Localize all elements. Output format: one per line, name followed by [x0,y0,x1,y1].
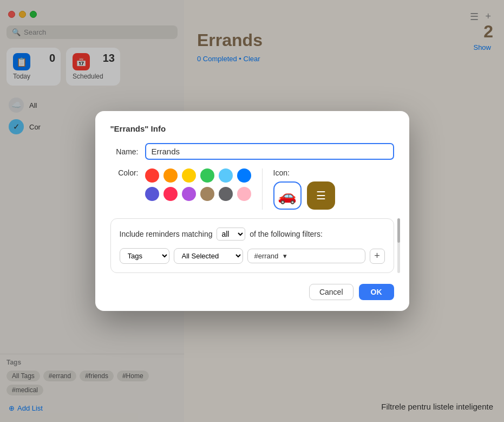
modal-overlay: "Errands" Info Name: Color: [0,0,504,422]
modal-footer: Cancel OK [110,284,394,300]
color-light-blue[interactable] [219,168,233,183]
cancel-button[interactable]: Cancel [309,284,354,300]
color-pink[interactable] [163,187,178,201]
color-label: Color: [110,168,139,177]
filters-container: Include reminders matching all any of th… [110,218,394,273]
color-orange[interactable] [163,168,178,183]
icon-options: 🚗 ☰ [273,181,335,210]
color-indigo[interactable] [145,187,159,201]
chevron-down-icon: ▾ [283,252,287,260]
name-row: Name: [110,143,394,160]
ok-button[interactable]: OK [359,284,394,300]
errands-info-modal: "Errands" Info Name: Color: [95,111,409,311]
name-label: Name: [110,147,139,156]
icon-car[interactable]: 🚗 [273,181,302,210]
color-green[interactable] [200,168,214,183]
icon-section: Icon: 🚗 ☰ [273,168,335,210]
scroll-thumb[interactable] [397,218,400,243]
filter-type-select[interactable]: Tags Date Priority Location [120,248,169,264]
filters-section: Include reminders matching all any of th… [110,218,394,273]
filters-heading: Include reminders matching all any of th… [120,228,385,241]
scroll-track [397,218,400,273]
color-icon-row: Color: [110,168,394,210]
color-picker [145,168,251,201]
filter-row: Tags Date Priority Location All Selected… [120,248,385,264]
icon-label: Icon: [273,168,290,177]
color-blue[interactable] [237,168,251,183]
color-gray[interactable] [219,187,233,201]
icon-list[interactable]: ☰ [307,181,335,210]
color-light-pink[interactable] [237,187,251,201]
color-row-2 [145,187,251,201]
match-select[interactable]: all any [217,228,245,241]
filter-tag-button[interactable]: #errand ▾ [247,249,365,263]
name-input[interactable] [145,143,394,160]
color-red[interactable] [145,168,159,183]
color-purple[interactable] [182,187,196,201]
filters-suffix: of the following filters: [250,230,323,238]
filter-condition-select[interactable]: All Selected Any Selected None Selected [174,248,243,264]
filters-heading-text: Include reminders matching [120,230,213,238]
add-filter-button[interactable]: + [370,249,385,264]
color-brown[interactable] [200,187,214,201]
color-yellow[interactable] [182,168,196,183]
scrollbar [397,218,402,273]
filter-tag-label: #errand [254,252,279,260]
color-row-1 [145,168,251,183]
modal-title: "Errands" Info [110,124,394,133]
divider [262,168,263,210]
